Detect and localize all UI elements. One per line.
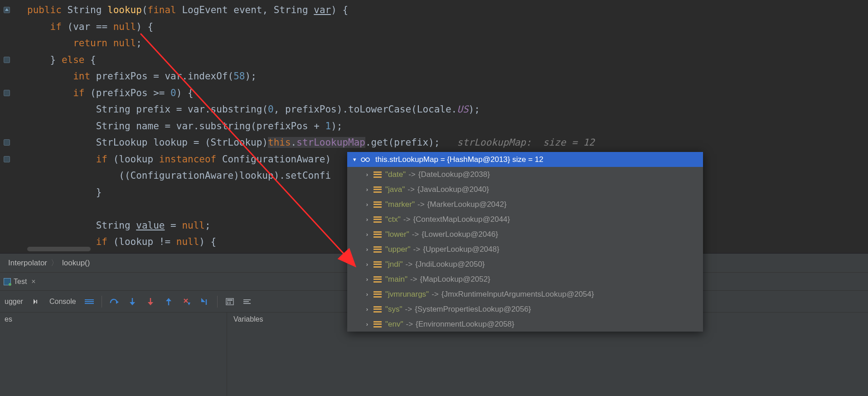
svg-rect-3 xyxy=(85,301,94,302)
entry-value: {MarkerLookup@2042} xyxy=(427,200,507,209)
svg-rect-21 xyxy=(227,303,228,304)
svg-rect-25 xyxy=(243,303,251,304)
variable-inspector-popup[interactable]: ▾ this.strLookupMap = {HashMap@2013} siz… xyxy=(347,152,703,332)
entry-key: "marker" xyxy=(385,200,415,209)
popup-entry[interactable]: ›"jvmrunargs"->{JmxRuntimeInputArguments… xyxy=(347,287,703,302)
chevron-right-icon[interactable]: › xyxy=(363,201,372,208)
chevron-right-icon[interactable]: › xyxy=(363,261,372,268)
svg-rect-1 xyxy=(36,300,37,303)
popup-entry[interactable]: ›"java"->{JavaLookup@2040} xyxy=(347,182,703,197)
svg-rect-20 xyxy=(229,302,231,303)
chevron-right-icon[interactable]: › xyxy=(363,231,372,238)
entry-key: "date" xyxy=(385,170,406,179)
glasses-icon xyxy=(361,157,370,162)
popup-entry[interactable]: ›"sys"->{SystemPropertiesLookup@2056} xyxy=(347,302,703,317)
threads-icon[interactable] xyxy=(82,294,97,309)
chevron-right-icon[interactable]: › xyxy=(363,306,372,313)
map-entry-icon xyxy=(373,261,382,268)
run-to-cursor-icon[interactable] xyxy=(197,294,213,309)
map-entry-icon xyxy=(373,171,382,178)
popup-entry[interactable]: ›"jndi"->{JndiLookup@2050} xyxy=(347,257,703,272)
step-into-icon[interactable] xyxy=(125,294,140,309)
breadcrumb-class[interactable]: Interpolator xyxy=(5,259,51,268)
map-entry-icon xyxy=(373,216,382,223)
popup-entry[interactable]: ›"ctx"->{ContextMapLookup@2044} xyxy=(347,212,703,227)
svg-marker-9 xyxy=(148,302,153,305)
frames-panel-header: es xyxy=(0,313,227,396)
popup-entry[interactable]: ›"upper"->{UpperLookup@2048} xyxy=(347,242,703,257)
svg-marker-11 xyxy=(166,298,171,301)
map-entry-icon xyxy=(373,186,382,193)
chevron-right-icon[interactable]: › xyxy=(363,186,372,193)
entry-value: {DateLookup@2038} xyxy=(418,170,490,179)
popup-entry[interactable]: ›"marker"->{MarkerLookup@2042} xyxy=(347,197,703,212)
drop-frame-icon[interactable] xyxy=(179,294,194,309)
popup-entry[interactable]: ›"lower"->{LowerLookup@2046} xyxy=(347,227,703,242)
svg-rect-18 xyxy=(227,299,233,301)
entry-key: "env" xyxy=(385,320,403,329)
entry-key: "java" xyxy=(385,185,405,194)
chevron-right-icon[interactable]: › xyxy=(363,291,372,298)
variables-panel-header: Variables xyxy=(227,313,270,396)
entry-key: "jndi" xyxy=(385,260,403,269)
chevron-right-icon[interactable]: › xyxy=(363,321,372,328)
svg-rect-22 xyxy=(229,303,231,304)
entry-value: {ContextMapLookup@2044} xyxy=(413,215,510,224)
svg-rect-23 xyxy=(243,299,251,300)
entry-value: {JmxRuntimeInputArgumentsLookup@2054} xyxy=(441,290,594,299)
map-entry-icon xyxy=(373,306,382,313)
chevron-right-icon[interactable]: › xyxy=(363,246,372,253)
trace-current-stream-chain-icon[interactable] xyxy=(240,294,256,309)
entry-key: "main" xyxy=(385,275,407,284)
map-entry-icon xyxy=(373,201,382,208)
debug-tab[interactable]: Test xyxy=(14,278,27,286)
svg-rect-4 xyxy=(85,303,94,304)
console-tab[interactable]: Console xyxy=(47,298,79,306)
entry-key: "sys" xyxy=(385,305,402,314)
map-entry-icon xyxy=(373,276,382,283)
svg-marker-7 xyxy=(130,302,135,305)
entry-value: {LowerLookup@2046} xyxy=(422,230,498,239)
map-entry-icon xyxy=(373,321,382,328)
popup-root-node[interactable]: ▾ this.strLookupMap = {HashMap@2013} siz… xyxy=(347,152,703,167)
entry-value: {MapLookup@2052} xyxy=(420,275,490,284)
svg-marker-14 xyxy=(188,303,190,305)
entry-key: "jvmrunargs" xyxy=(385,290,429,299)
svg-rect-19 xyxy=(227,302,228,303)
entry-value: {EnvironmentLookup@2058} xyxy=(416,320,514,329)
map-entry-icon xyxy=(373,231,382,238)
step-out-icon[interactable] xyxy=(161,294,176,309)
chevron-down-icon[interactable]: ▾ xyxy=(350,156,359,163)
svg-rect-24 xyxy=(243,301,249,302)
entry-value: {UpperLookup@2048} xyxy=(423,245,499,254)
run-config-icon xyxy=(4,278,11,285)
chevron-right-icon: 〉 xyxy=(51,258,58,268)
map-entry-icon xyxy=(373,246,382,253)
chevron-right-icon[interactable]: › xyxy=(363,276,372,283)
svg-point-26 xyxy=(361,158,365,161)
breadcrumb-method[interactable]: lookup() xyxy=(58,259,93,268)
debugger-tab[interactable]: ugger xyxy=(2,298,26,306)
svg-rect-2 xyxy=(85,299,94,300)
svg-marker-15 xyxy=(201,298,205,302)
svg-marker-0 xyxy=(34,299,36,304)
chevron-right-icon[interactable]: › xyxy=(363,216,372,223)
entry-key: "upper" xyxy=(385,245,411,254)
step-over-icon[interactable] xyxy=(107,294,122,309)
chevron-right-icon[interactable]: › xyxy=(363,171,372,178)
entry-value: {SystemPropertiesLookup@2056} xyxy=(415,305,531,314)
close-icon[interactable]: × xyxy=(31,278,35,286)
editor-scrollbar-horizontal[interactable] xyxy=(27,247,91,251)
popup-entry[interactable]: ›"date"->{DateLookup@2038} xyxy=(347,167,703,182)
evaluate-expression-icon[interactable] xyxy=(222,294,238,309)
entry-value: {JavaLookup@2040} xyxy=(417,185,489,194)
popup-entry[interactable]: ›"env"->{EnvironmentLookup@2058} xyxy=(347,317,703,332)
force-step-into-icon[interactable] xyxy=(143,294,158,309)
entry-key: "lower" xyxy=(385,230,409,239)
svg-point-27 xyxy=(366,158,369,161)
console-run-icon[interactable] xyxy=(29,294,44,309)
popup-entry[interactable]: ›"main"->{MapLookup@2052} xyxy=(347,272,703,287)
svg-marker-5 xyxy=(116,300,119,304)
map-entry-icon xyxy=(373,291,382,298)
entry-value: {JndiLookup@2050} xyxy=(415,260,485,269)
